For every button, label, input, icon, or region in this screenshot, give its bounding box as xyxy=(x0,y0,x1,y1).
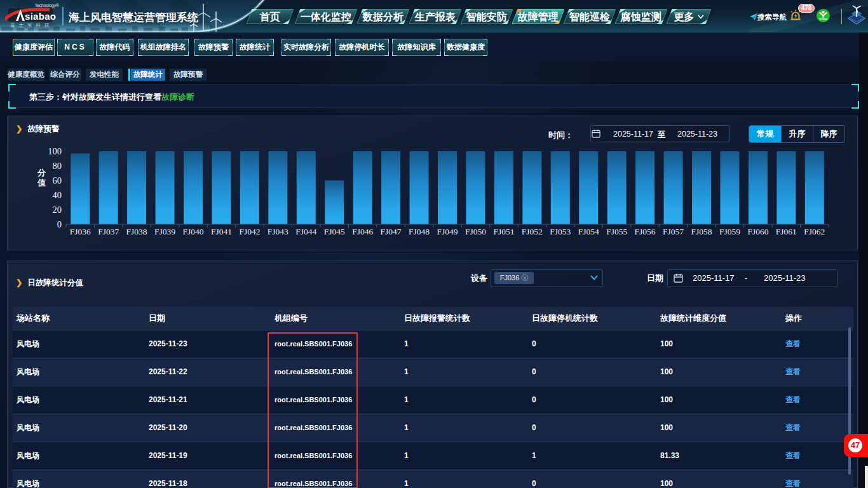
svg-text:FJ048: FJ048 xyxy=(409,227,430,236)
svg-text:FJ041: FJ041 xyxy=(211,227,232,236)
svg-text:分: 分 xyxy=(37,168,46,177)
svg-text:FJ042: FJ042 xyxy=(239,227,260,236)
svg-text:0: 0 xyxy=(57,219,62,229)
svg-text:FJ051: FJ051 xyxy=(493,227,514,236)
svg-text:FJ038: FJ038 xyxy=(126,227,147,236)
svg-text:100: 100 xyxy=(48,146,62,156)
svg-text:FJ045: FJ045 xyxy=(324,227,345,236)
svg-text:FJ049: FJ049 xyxy=(437,227,458,236)
svg-text:FJ062: FJ062 xyxy=(804,227,825,236)
svg-text:FJ052: FJ052 xyxy=(522,227,543,236)
svg-text:FJ043: FJ043 xyxy=(268,227,288,236)
svg-text:FJ056: FJ056 xyxy=(635,227,656,236)
svg-text:FJ054: FJ054 xyxy=(578,227,599,236)
svg-text:FJ040: FJ040 xyxy=(182,227,203,236)
svg-text:FJ053: FJ053 xyxy=(550,227,571,236)
svg-text:FJ050: FJ050 xyxy=(465,227,486,236)
svg-text:值: 值 xyxy=(37,178,46,187)
svg-text:FJ055: FJ055 xyxy=(606,227,627,236)
svg-text:FJ044: FJ044 xyxy=(295,227,316,236)
svg-text:FJ061: FJ061 xyxy=(776,227,797,236)
svg-text:FJ036: FJ036 xyxy=(70,227,91,236)
svg-text:FJ058: FJ058 xyxy=(691,227,712,236)
svg-text:40: 40 xyxy=(53,190,62,200)
svg-text:20: 20 xyxy=(53,205,62,215)
svg-text:FJ037: FJ037 xyxy=(98,227,119,236)
svg-text:FJ059: FJ059 xyxy=(719,227,740,236)
svg-text:60: 60 xyxy=(53,175,62,186)
svg-text:FJ047: FJ047 xyxy=(381,227,402,236)
svg-text:FJ039: FJ039 xyxy=(154,227,175,236)
svg-text:80: 80 xyxy=(53,161,62,171)
svg-text:FJ046: FJ046 xyxy=(352,227,373,236)
svg-text:FJ060: FJ060 xyxy=(747,227,768,236)
svg-text:FJ057: FJ057 xyxy=(663,227,684,236)
